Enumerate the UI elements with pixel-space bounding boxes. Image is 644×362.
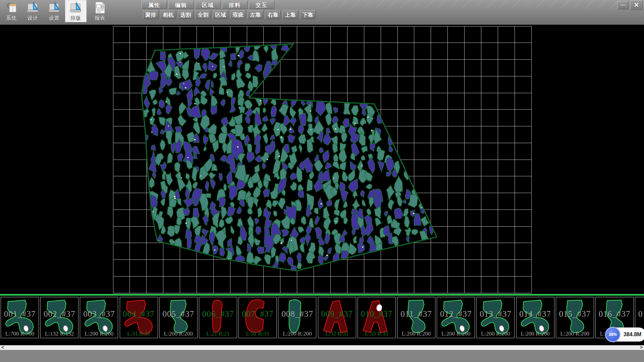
- design-icon: [26, 1, 40, 14]
- piece-thumbnail-014[interactable]: 014_#37L:200 R:200: [516, 297, 554, 338]
- piece-shape: [1, 298, 38, 337]
- menu-properties[interactable]: 属性: [142, 1, 167, 9]
- nav-item-label: 设计: [28, 15, 38, 21]
- memory-usage-badge: 38% 384.8M: [606, 327, 644, 342]
- tool-snap-bottom[interactable]: 下靠: [300, 10, 316, 19]
- scroll-right-arrow[interactable]: >: [640, 345, 643, 350]
- menu-nesting[interactable]: 排料: [222, 1, 248, 9]
- window-controls: — ✕: [618, 0, 643, 10]
- piece-shape: [160, 298, 197, 337]
- piece-shape: [556, 298, 593, 337]
- scroll-left-arrow[interactable]: <: [1, 345, 4, 350]
- piece-thumbnail-005[interactable]: 005_#37L:200 R:200: [159, 297, 198, 338]
- piece-shape: [517, 298, 554, 337]
- piece-thumbnail-006[interactable]: 006_#37L:21 R:21: [199, 297, 237, 338]
- piece-thumbnail-008[interactable]: 008_#37L:200 R:200: [278, 297, 316, 338]
- layout-icon: [69, 1, 83, 14]
- status-bar: [0, 350, 644, 362]
- piece-thumbnail-strip: 001_#37L:700 R:700002_#37L:132 R:132003_…: [0, 294, 644, 340]
- piece-shape: [398, 298, 435, 337]
- piece-thumbnail-010[interactable]: 010_#37L:33 R:33: [358, 297, 396, 338]
- nav-item-design[interactable]: 设计: [22, 0, 44, 22]
- piece-thumbnail-015[interactable]: 015_#37L:200 R:200: [556, 297, 594, 338]
- menu-bar: 属性编辑区域排料交互: [142, 1, 274, 9]
- settings-icon: [48, 1, 61, 14]
- memory-value: 384.8M: [624, 331, 641, 338]
- nav-item-report[interactable]: 报表: [87, 0, 113, 22]
- piece-shape: [279, 298, 316, 337]
- tool-camera[interactable]: 相机: [160, 10, 176, 19]
- tool-region[interactable]: 区域: [213, 10, 228, 19]
- piece-thumbnail-011[interactable]: 011_#37L:200 R:200: [397, 297, 435, 338]
- menu-region[interactable]: 区域: [195, 1, 221, 9]
- piece-shape: [80, 298, 117, 337]
- titlebar-texture: [322, 0, 617, 9]
- nav-item-system[interactable]: 系统: [1, 0, 22, 22]
- piece-shape: [41, 298, 78, 337]
- piece-shape: [477, 298, 514, 337]
- tool-defect[interactable]: 瑕疵: [230, 10, 246, 19]
- nav-item-label: 设置: [49, 15, 60, 21]
- piece-thumbnail-001[interactable]: 001_#37L:700 R:700: [1, 297, 39, 338]
- tool-select-cut[interactable]: 选割: [178, 10, 194, 19]
- titlebar: 系统设计设置排版报表 属性编辑区域排料交互 聚排相机选割全割区域瑕疵左靠右靠上靠…: [0, 0, 644, 25]
- piece-thumbnail-004[interactable]: 004_#37L:31 R:31: [120, 297, 158, 338]
- tool-bar: 聚排相机选割全割区域瑕疵左靠右靠上靠下靠: [143, 10, 316, 19]
- piece-shape: [319, 298, 356, 337]
- thumbnail-list: 001_#37L:700 R:700002_#37L:132 R:132003_…: [0, 297, 644, 339]
- nav-item-settings[interactable]: 设置: [44, 0, 65, 22]
- piece-shape: [358, 298, 395, 337]
- tool-snap-right[interactable]: 右靠: [265, 10, 281, 19]
- nav-item-label: 系统: [6, 15, 17, 21]
- nav-item-label: 报表: [95, 15, 105, 21]
- piece-thumbnail-003[interactable]: 003_#37L:200 R:200: [80, 297, 118, 338]
- horizontal-scrollbar[interactable]: < >: [0, 345, 644, 350]
- nav-item-layout[interactable]: 排版: [65, 0, 87, 22]
- tool-cluster-nest[interactable]: 聚排: [143, 10, 159, 19]
- piece-thumbnail-002[interactable]: 002_#37L:132 R:132: [40, 297, 78, 338]
- close-button[interactable]: ✕: [630, 0, 643, 10]
- tool-cut-all[interactable]: 全割: [195, 10, 211, 19]
- piece-shape: [239, 298, 276, 337]
- main-nav: 系统设计设置排版报表: [1, 0, 113, 22]
- piece-thumbnail-012[interactable]: 012_#37L:200 R:200: [437, 297, 475, 338]
- piece-shape: [437, 298, 474, 337]
- progress-percent-badge: 38%: [605, 327, 621, 342]
- nav-item-label: 排版: [70, 15, 81, 21]
- tool-snap-top[interactable]: 上靠: [282, 10, 298, 19]
- piece-thumbnail-009[interactable]: 009_#37L:32 R:31: [318, 297, 356, 338]
- report-icon: [93, 1, 107, 14]
- strip-top-border: [0, 294, 644, 297]
- tool-snap-left[interactable]: 左靠: [248, 10, 263, 19]
- menu-interact[interactable]: 交互: [249, 1, 274, 9]
- piece-thumbnail-013[interactable]: 013_#37L:200 R:200: [476, 297, 515, 338]
- piece-shape: [120, 298, 157, 337]
- piece-shape: [200, 298, 236, 337]
- system-icon: [5, 1, 18, 14]
- minimize-button[interactable]: —: [618, 1, 629, 9]
- piece-thumbnail-007[interactable]: 007_#37L:31 R:31: [238, 297, 277, 338]
- menu-edit[interactable]: 编辑: [168, 1, 194, 9]
